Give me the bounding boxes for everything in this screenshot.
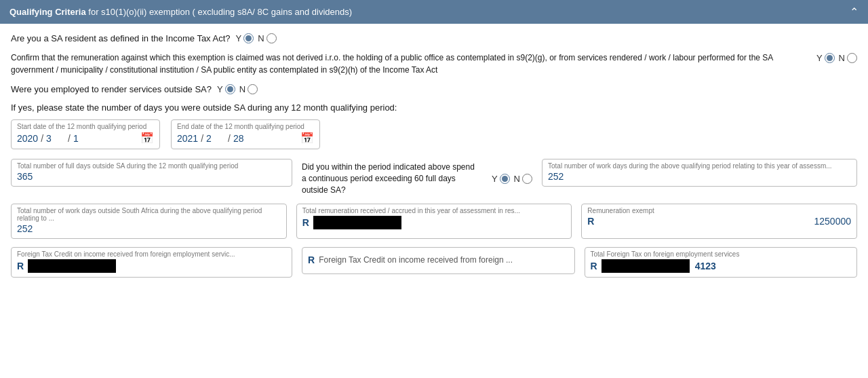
end-date-label: End date of the 12 month qualifying peri… [177,123,314,130]
header-title-rest: for s10(1)(o)(ii) exemption ( excluding … [88,7,352,17]
end-date-year: 2021 [177,133,198,144]
continuous-n-radio[interactable] [522,174,532,184]
foreign-tax-left-r-prefix: R [17,261,24,271]
end-date-day: 28 [233,133,252,144]
remuneration-exempt-value: 1250000 [598,216,851,227]
foreign-tax-mid-text: Foreign Tax Credit on income received fr… [319,255,513,265]
header-title-bold: Qualifying Criteria [9,7,86,17]
end-date-calendar-icon[interactable]: 📅 [300,132,314,145]
continuous-radio-group: Y N [492,174,532,184]
question-2-radio-group: Y N [816,52,857,63]
end-date-month: 2 [206,133,225,144]
total-remuneration-r-prefix: R [302,217,309,228]
question-3-row: Were you employed to render services out… [11,84,857,94]
total-foreign-tax-label: Total Foreign Tax on foreign employment … [591,250,852,258]
continuous-y-radio[interactable] [500,174,510,184]
question-1-row: Are you a SA resident as defined in the … [11,33,857,43]
continuous-n-text: N [514,174,520,184]
start-date-field: Start date of the 12 month qualifying pe… [11,119,160,149]
question-2-y-text: Y [816,53,823,63]
total-foreign-tax-blacked [601,259,690,273]
end-date-field: End date of the 12 month qualifying peri… [171,119,320,149]
total-full-days-value: 365 [17,171,286,182]
start-date-year: 2020 [17,133,38,144]
end-date-sep1: / [201,133,203,144]
start-date-day: 1 [73,133,92,144]
question-3-n-label[interactable]: N [239,84,258,94]
question-2-n-radio[interactable] [847,53,857,63]
total-remuneration-value-row: R [302,216,566,229]
total-work-days-above-field: Total number of work days during the abo… [542,159,857,187]
total-remuneration-blacked [313,216,401,229]
content-area: Are you a SA resident as defined in the … [0,24,868,295]
question-3-y-label[interactable]: Y [217,84,235,94]
question-2-text: Confirm that the remuneration against wh… [11,52,810,76]
total-foreign-tax-r-prefix: R [591,261,597,271]
continuous-n-label[interactable]: N [514,174,532,184]
page-wrapper: Qualifying Criteria for s10(1)(o)(ii) ex… [0,0,868,378]
total-remuneration-label: Total remuneration received / accrued in… [302,207,566,214]
foreign-tax-mid-value-row: R Foreign Tax Credit on income received … [308,250,569,269]
question-3-n-radio[interactable] [248,84,258,94]
continuous-row: Did you within the period indicated abov… [302,162,532,195]
remuneration-exempt-label: Remuneration exempt [587,207,851,214]
question-1-n-text: N [258,33,264,43]
question-3-text: Were you employed to render services out… [11,84,212,94]
foreign-tax-left-label: Foreign Tax Credit on income received fr… [17,250,286,258]
foreign-tax-left-blacked [28,259,116,273]
foreign-tax-mid-field: R Foreign Tax Credit on income received … [302,247,575,274]
total-foreign-tax-trailing-value: 4123 [695,261,716,271]
remuneration-row: Total number of work days outside South … [11,204,857,239]
start-date-input-row: 2020 / 3 / 1 📅 [17,132,154,145]
question-2-y-radio[interactable] [825,53,835,63]
question-2-y-label[interactable]: Y [816,53,835,63]
question-3-n-text: N [239,84,245,94]
start-date-sep1: / [41,133,43,144]
header-bar: Qualifying Criteria for s10(1)(o)(ii) ex… [0,0,868,24]
full-days-row: Total number of full days outside SA dur… [11,159,857,195]
work-days-outside-value: 252 [17,223,281,234]
start-date-sep2: / [68,133,71,144]
question-3-y-radio[interactable] [225,84,235,94]
question-1-y-radio[interactable] [243,33,254,43]
question-2-n-text: N [839,53,845,63]
foreign-tax-row: Foreign Tax Credit on income received fr… [11,247,857,278]
foreign-tax-mid-r-prefix: R [308,254,315,265]
continuous-section: Did you within the period indicated abov… [302,159,532,195]
date-row: Start date of the 12 month qualifying pe… [11,119,857,149]
total-remuneration-field: Total remuneration received / accrued in… [296,204,572,239]
remuneration-exempt-r-prefix: R [587,216,594,227]
question-3-radio-group: Y N [217,84,258,94]
question-1-y-label[interactable]: Y [236,33,254,43]
collapse-icon[interactable]: ⌃ [850,5,859,18]
question-2-n-label[interactable]: N [839,53,857,63]
start-date-label: Start date of the 12 month qualifying pe… [17,123,154,130]
total-full-days-label: Total number of full days outside SA dur… [17,162,286,170]
question-2-row: Confirm that the remuneration against wh… [11,52,857,76]
question-4-text: If yes, please state the number of days … [11,102,857,113]
question-1-y-text: Y [236,33,242,43]
end-date-sep2: / [228,133,231,144]
foreign-tax-left-value-row: R [17,259,286,273]
continuous-y-label[interactable]: Y [492,174,510,184]
question-1-n-label[interactable]: N [258,33,276,43]
total-full-days-field: Total number of full days outside SA dur… [11,159,292,187]
question-1-n-radio[interactable] [267,33,277,43]
total-foreign-tax-value-row: R 4123 [591,259,852,273]
end-date-input-row: 2021 / 2 / 28 📅 [177,132,314,145]
work-days-outside-label: Total number of work days outside South … [17,207,281,222]
start-date-calendar-icon[interactable]: 📅 [140,132,154,145]
continuous-question-text: Did you within the period indicated abov… [302,162,481,195]
question-1-text: Are you a SA resident as defined in the … [11,33,231,43]
work-days-outside-field: Total number of work days outside South … [11,204,287,239]
remuneration-exempt-field: Remuneration exempt R 1250000 [581,204,857,239]
continuous-y-text: Y [492,174,498,184]
question-1-radio-group: Y N [236,33,277,43]
total-work-days-above-value: 252 [548,171,851,182]
question-3-y-text: Y [217,84,223,94]
remuneration-exempt-value-row: R 1250000 [587,216,851,227]
start-date-month: 3 [46,133,65,144]
header-title: Qualifying Criteria for s10(1)(o)(ii) ex… [9,7,352,17]
total-foreign-tax-field: Total Foreign Tax on foreign employment … [585,247,858,278]
total-work-days-above-label: Total number of work days during the abo… [548,162,851,170]
